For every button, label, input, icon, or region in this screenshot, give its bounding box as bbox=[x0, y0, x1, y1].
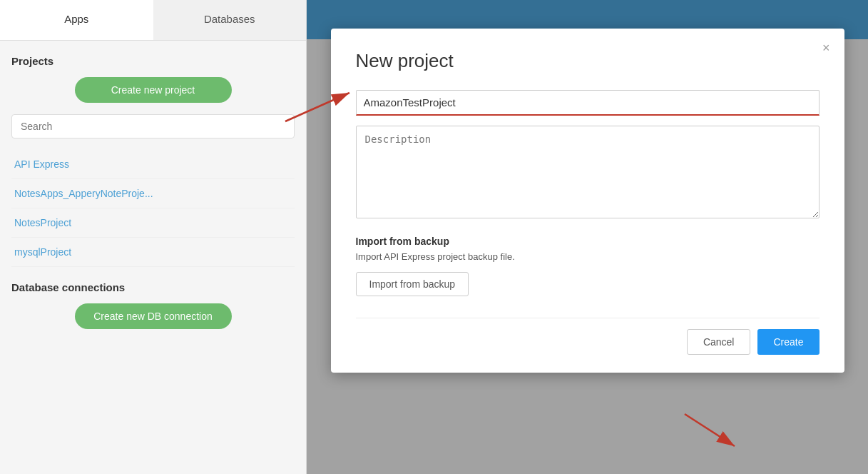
import-from-backup-button[interactable]: Import from backup bbox=[356, 272, 469, 296]
db-connections-title: Database connections bbox=[11, 281, 295, 293]
list-item[interactable]: mysqlProject bbox=[11, 238, 295, 267]
create-new-project-button[interactable]: Create new project bbox=[75, 77, 232, 103]
modal-footer: Cancel Create bbox=[356, 318, 820, 355]
list-item[interactable]: API Express bbox=[11, 150, 295, 179]
main-area: New project × Import from backup Import … bbox=[307, 0, 868, 474]
tab-databases[interactable]: Databases bbox=[153, 0, 307, 40]
project-description-input[interactable] bbox=[356, 126, 820, 218]
modal-title: New project bbox=[356, 50, 820, 72]
modal-close-button[interactable]: × bbox=[822, 41, 830, 54]
projects-section-title: Projects bbox=[11, 55, 295, 67]
search-input[interactable] bbox=[11, 114, 295, 138]
sidebar-content: Projects Create new project API Express … bbox=[0, 41, 306, 343]
import-description: Import API Express project backup file. bbox=[356, 251, 820, 262]
create-db-connection-button[interactable]: Create new DB connection bbox=[75, 303, 232, 329]
list-item[interactable]: NotesProject bbox=[11, 208, 295, 238]
modal-backdrop: New project × Import from backup Import … bbox=[307, 0, 868, 474]
cancel-button[interactable]: Cancel bbox=[687, 329, 751, 355]
list-item[interactable]: NotesApps_ApperyNoteProje... bbox=[11, 179, 295, 208]
new-project-modal: New project × Import from backup Import … bbox=[331, 29, 844, 373]
import-section-title: Import from backup bbox=[356, 236, 820, 247]
create-button[interactable]: Create bbox=[757, 329, 819, 355]
tab-apps[interactable]: Apps bbox=[0, 0, 153, 40]
sidebar: Apps Databases Projects Create new proje… bbox=[0, 0, 307, 474]
project-list: API Express NotesApps_ApperyNoteProje...… bbox=[11, 150, 295, 267]
sidebar-tabs: Apps Databases bbox=[0, 0, 306, 41]
project-name-input[interactable] bbox=[356, 90, 820, 116]
